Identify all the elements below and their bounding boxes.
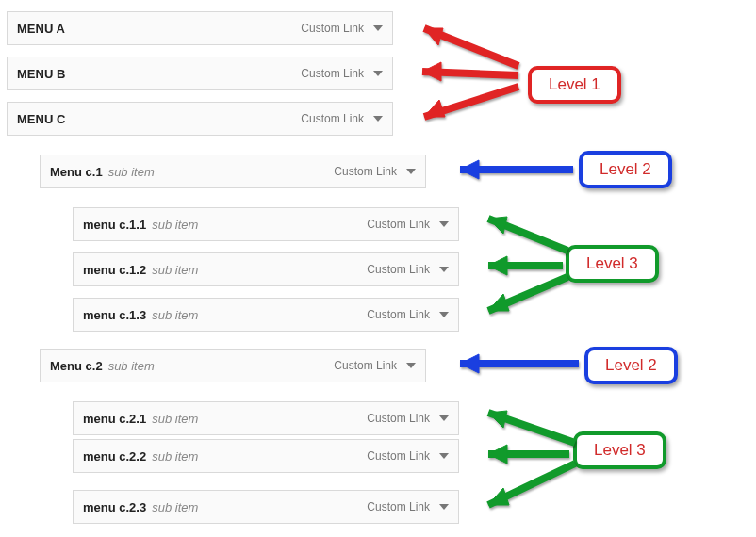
svg-marker-7 [460,160,479,179]
arrow-icon [396,53,547,109]
caret-down-icon[interactable] [439,453,449,459]
svg-marker-21 [488,488,509,505]
menu-item-type: Custom Link [367,412,430,425]
menu-item-c12[interactable]: menu c.1.2 sub item Custom Link [73,252,459,286]
menu-item-type: Custom Link [367,218,430,231]
menu-item-subnote: sub item [152,449,198,464]
menu-item-type: Custom Link [334,165,397,178]
menu-item-label: menu c.2.1 [83,412,146,426]
caret-down-icon[interactable] [439,267,449,272]
svg-marker-11 [488,256,507,275]
svg-marker-19 [488,445,507,464]
menu-item-type: Custom Link [301,112,364,125]
menu-item-a[interactable]: MENU A Custom Link [7,11,393,45]
menu-item-label: Menu c.2 [50,359,103,373]
menu-item-subnote: sub item [152,263,198,277]
badge-level-3b: Level 3 [573,431,666,469]
menu-item-label: menu c.1.2 [83,263,146,277]
badge-label: Level 3 [594,441,646,459]
menu-item-type: Custom Link [334,359,397,372]
svg-line-8 [488,219,567,251]
svg-marker-9 [488,217,507,234]
menu-item-subnote: sub item [152,500,198,514]
svg-marker-17 [488,411,507,428]
menu-item-subnote: sub item [108,359,155,373]
menu-item-type: Custom Link [367,263,430,276]
menu-item-c22[interactable]: menu c.2.2 sub item Custom Link [73,439,459,473]
caret-down-icon[interactable] [439,312,449,317]
badge-level-3: Level 3 [566,245,659,283]
badge-label: Level 3 [586,254,638,272]
menu-item-label: MENU A [17,22,65,36]
badge-label: Level 2 [600,160,651,178]
caret-down-icon[interactable] [406,363,416,368]
arrow-icon [432,151,583,207]
caret-down-icon[interactable] [373,116,383,122]
caret-down-icon[interactable] [439,415,449,421]
arrow-icon [396,77,547,134]
menu-item-c23[interactable]: menu c.2.3 sub item Custom Link [73,490,459,524]
menu-item-label: menu c.1.1 [83,218,146,232]
menu-item-label: Menu c.1 [50,165,103,179]
badge-label: Level 2 [605,356,657,374]
svg-line-2 [422,72,518,75]
svg-marker-3 [422,62,441,81]
menu-item-c2[interactable]: Menu c.2 sub item Custom Link [40,349,426,382]
svg-marker-1 [424,28,443,45]
svg-line-12 [488,277,567,311]
caret-down-icon[interactable] [373,71,383,76]
caret-down-icon[interactable] [406,169,416,174]
menu-item-b[interactable]: MENU B Custom Link [7,57,393,90]
menu-item-type: Custom Link [367,500,430,513]
caret-down-icon[interactable] [439,221,449,227]
svg-marker-15 [460,354,479,373]
arrow-icon [396,9,547,66]
menu-item-subnote: sub item [108,165,155,179]
menu-item-c11[interactable]: menu c.1.1 sub item Custom Link [73,207,459,241]
menu-item-type: Custom Link [301,67,364,80]
badge-level-2: Level 2 [579,151,672,188]
caret-down-icon[interactable] [439,504,449,510]
menu-item-type: Custom Link [367,308,430,321]
menu-item-type: Custom Link [301,22,364,35]
menu-item-c[interactable]: MENU C Custom Link [7,102,393,136]
menu-item-label: MENU C [17,112,65,126]
menu-item-subnote: sub item [152,412,198,426]
menu-item-c21[interactable]: menu c.2.1 sub item Custom Link [73,401,459,435]
caret-down-icon[interactable] [373,25,383,31]
badge-level-2b: Level 2 [584,347,678,384]
menu-item-c1[interactable]: Menu c.1 sub item Custom Link [40,155,426,188]
svg-line-4 [424,87,518,117]
arrow-icon [432,345,583,401]
svg-line-16 [488,413,575,443]
menu-item-label: menu c.2.2 [83,449,146,464]
menu-item-subnote: sub item [152,218,198,232]
badge-level-1: Level 1 [528,66,621,104]
svg-marker-5 [424,100,445,117]
menu-item-subnote: sub item [152,308,198,322]
svg-marker-13 [488,294,509,311]
menu-item-c13[interactable]: menu c.1.3 sub item Custom Link [73,298,459,332]
menu-item-label: MENU B [17,67,65,81]
menu-item-type: Custom Link [367,449,430,463]
svg-line-20 [488,464,575,505]
svg-line-0 [424,28,518,66]
badge-label: Level 1 [549,75,600,93]
menu-item-label: menu c.2.3 [83,500,146,514]
menu-item-label: menu c.1.3 [83,308,146,322]
